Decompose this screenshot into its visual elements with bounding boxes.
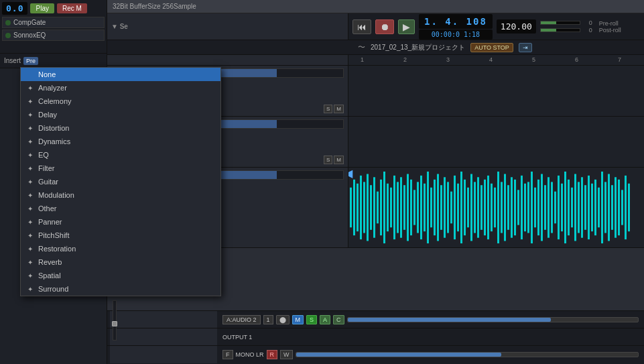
plus-icon-reverb: ✦: [27, 259, 34, 266]
mixer-fader-fill: [348, 318, 551, 322]
svg-rect-23: [424, 184, 426, 231]
mixer-r-btn[interactable]: R: [267, 350, 278, 359]
dropdown-item-label-restoration: Restoration: [38, 245, 76, 253]
top-controls: 0.0 Play Rec M CompGate SonnoxEQ: [0, 0, 107, 54]
svg-rect-66: [568, 180, 570, 235]
svg-rect-84: [628, 184, 630, 231]
dropdown-item-panner[interactable]: ✦ Panner: [21, 215, 220, 229]
dropdown-item-label-delay: Delay: [38, 111, 57, 119]
dropdown-item-none[interactable]: None: [21, 68, 220, 81]
dropdown-item-analyzer[interactable]: ✦ Analyzer: [21, 81, 220, 95]
dropdown-item-label-other: Other: [38, 204, 57, 213]
tick-1: 1: [361, 56, 364, 63]
bottom-mixer: A:AUDIO 2 1 ⬤ M S A C: [107, 310, 644, 364]
dropdown-item-pitchshift[interactable]: ✦ PitchShift: [21, 229, 220, 242]
meter-row2: 0: [540, 27, 592, 34]
dropdown-item-delay[interactable]: ✦ Delay: [21, 108, 220, 121]
postroll-label: Post-roll: [599, 27, 621, 34]
dropdown-item-reverb[interactable]: ✦ Reverb: [21, 255, 220, 269]
track-1-m-btn[interactable]: M: [334, 105, 344, 113]
mixer-w-btn[interactable]: W: [280, 350, 293, 359]
dropdown-item-celemony[interactable]: ✦ Celemony: [21, 95, 220, 108]
svg-rect-2: [353, 180, 355, 235]
output-label: OUTPUT 1: [222, 334, 252, 341]
svg-rect-82: [621, 190, 623, 225]
svg-rect-33: [457, 184, 459, 231]
insert-label: Insert: [4, 57, 21, 64]
dropdown-item-label-modulation: Modulation: [38, 191, 74, 199]
record-button[interactable]: ⏺: [375, 19, 394, 34]
audio-track-label: A:AUDIO 2: [222, 315, 261, 324]
dropdown-item-label-celemony: Celemony: [38, 97, 72, 105]
rec-button[interactable]: Rec M: [57, 3, 87, 13]
svg-rect-83: [625, 176, 627, 239]
play-transport-button[interactable]: ▶: [398, 19, 415, 34]
mixer-fader-bar-2[interactable]: [296, 352, 639, 357]
mixer-main-1: A:AUDIO 2 1 ⬤ M S A C: [220, 315, 641, 324]
svg-rect-67: [571, 188, 573, 228]
dropdown-item-eq[interactable]: ✦ EQ: [21, 148, 220, 162]
meter-val-1: 0: [582, 19, 592, 26]
svg-rect-28: [440, 185, 442, 230]
svg-rect-4: [360, 176, 362, 239]
mixer-a-btn[interactable]: A: [320, 315, 330, 324]
dropdown-item-label-spatial: Spatial: [38, 271, 61, 280]
rewind-button[interactable]: ⏮: [352, 19, 371, 34]
svg-rect-6: [367, 174, 369, 241]
dropdown-item-restoration[interactable]: ✦ Restoration: [21, 242, 220, 255]
track-2-sm-btns: S M: [324, 156, 344, 164]
track-2-m-btn[interactable]: M: [334, 156, 344, 164]
dropdown-item-other[interactable]: ✦ Other: [21, 202, 220, 215]
plugin-row-1: CompGate: [2, 17, 105, 28]
end-button[interactable]: ⇥: [519, 43, 532, 52]
svg-rect-15: [397, 182, 399, 233]
svg-rect-35: [464, 180, 466, 235]
dropdown-item-dynamics[interactable]: ✦ Dynamics: [21, 135, 220, 148]
track-2-content: [348, 117, 644, 167]
mixer-f-btn[interactable]: F: [222, 350, 233, 359]
svg-rect-19: [410, 180, 412, 235]
mixer-fader-bar[interactable]: [347, 317, 639, 322]
dropdown-item-label-guitar: Guitar: [38, 178, 58, 186]
dropdown-item-modulation[interactable]: ✦ Modulation: [21, 188, 220, 202]
svg-rect-53: [524, 184, 526, 231]
fader-thumb: [112, 321, 117, 326]
plus-icon-restoration: ✦: [27, 245, 34, 253]
track-1-s-btn[interactable]: S: [324, 105, 332, 113]
svg-rect-31: [450, 192, 452, 224]
dropdown-item-label-none: None: [38, 70, 56, 78]
svg-rect-72: [588, 176, 590, 239]
play-button[interactable]: Play: [30, 3, 54, 13]
dropdown-item-filter[interactable]: ✦ Filter: [21, 162, 220, 175]
mixer-row-3: F MONO LR R W: [107, 346, 644, 363]
dropdown-item-distortion[interactable]: ✦ Distortion: [21, 121, 220, 135]
dropdown-item-spatial[interactable]: ✦ Spatial: [21, 269, 220, 282]
svg-rect-34: [460, 172, 462, 243]
svg-rect-75: [598, 188, 600, 228]
autostop-button[interactable]: AUTO STOP: [470, 43, 513, 52]
mixer-c-btn[interactable]: C: [333, 315, 344, 324]
mixer-record-btn[interactable]: ⬤: [276, 315, 289, 324]
svg-rect-58: [541, 174, 543, 241]
mixer-main-3: F MONO LR R W: [220, 350, 641, 359]
plus-icon-other: ✦: [27, 205, 34, 213]
svg-rect-29: [444, 177, 446, 237]
svg-rect-21: [417, 182, 419, 233]
meter-bar-1: [540, 21, 580, 25]
preroll-label: Pre-roll: [599, 20, 621, 27]
plugin-row-2: SonnoxEQ: [2, 29, 105, 41]
dropdown-item-surround[interactable]: ✦ Surround: [21, 282, 220, 296]
track-2-s-btn[interactable]: S: [324, 156, 332, 164]
mixer-s-btn[interactable]: S: [306, 315, 317, 324]
dropdown-item-guitar[interactable]: ✦ Guitar: [21, 175, 220, 188]
mixer-row-1: A:AUDIO 2 1 ⬤ M S A C: [107, 311, 644, 328]
plus-icon-filter: ✦: [27, 165, 34, 172]
smpte-time-display: 00:00:0 1:18: [419, 29, 493, 40]
svg-rect-17: [403, 185, 405, 230]
tick-2: 2: [403, 56, 407, 63]
top-row1: 0.0 Play Rec M: [2, 2, 105, 15]
roll-labels: Pre-roll Post-roll: [599, 20, 621, 34]
ruler-numbers: 1 2 3 4 5 6 7: [348, 55, 644, 65]
mixer-m-btn[interactable]: M: [292, 315, 304, 324]
svg-rect-39: [477, 177, 479, 237]
